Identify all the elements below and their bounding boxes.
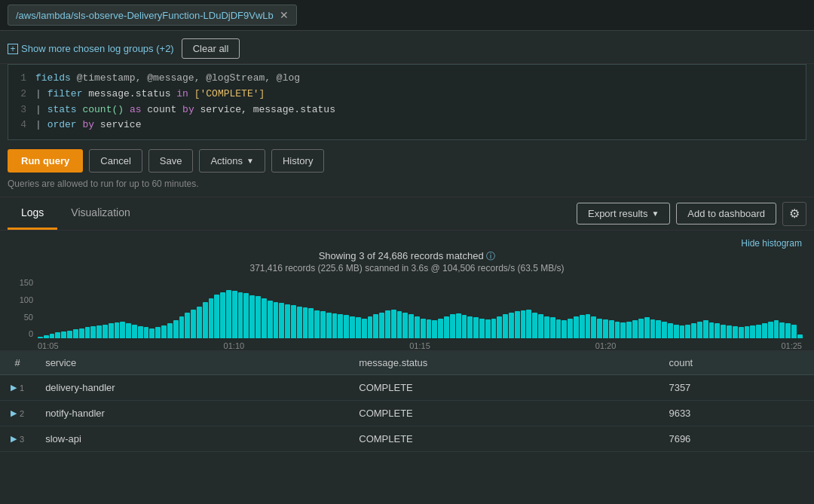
histogram-bar	[444, 316, 449, 338]
table-body: ▶ 1 delivery-handler COMPLETE 7357 ▶ 2 n…	[0, 375, 814, 452]
tab-visualization[interactable]: Visualization	[57, 197, 143, 230]
y-label-50: 50	[12, 313, 33, 322]
histogram-bar	[203, 302, 208, 338]
histogram-bar	[620, 322, 626, 338]
table-header-row: # service message.status count	[0, 351, 814, 375]
histogram-bar	[96, 325, 102, 338]
histogram-bar	[562, 320, 567, 338]
histogram-bar	[785, 323, 791, 338]
histogram-bar	[274, 302, 279, 338]
histogram-bar	[586, 314, 591, 338]
histogram-bar	[256, 296, 261, 338]
histogram-bar	[79, 328, 84, 338]
editor-line-2: 2 | filter message.status in ['COMPLETE'…	[16, 87, 798, 102]
histogram-bar	[544, 316, 549, 338]
histogram-bar	[209, 298, 214, 338]
histogram-bar	[115, 322, 120, 338]
bars-area	[38, 278, 802, 338]
histogram-bar	[739, 327, 744, 338]
row-expand-cell[interactable]: ▶ 2	[0, 401, 35, 426]
row-number: 2	[20, 409, 24, 418]
results-table: # service message.status count ▶ 1 deliv…	[0, 351, 814, 452]
cancel-button[interactable]: Cancel	[89, 149, 142, 173]
histogram-bar	[326, 313, 332, 339]
histogram-bar	[727, 325, 732, 338]
histogram-bar	[774, 320, 779, 338]
run-query-button[interactable]: Run query	[8, 149, 83, 173]
histogram-bar	[161, 325, 167, 338]
histogram-bar	[574, 316, 579, 338]
row-expand-cell[interactable]: ▶ 3	[0, 426, 35, 452]
histogram-bar	[779, 322, 785, 338]
histogram-bar	[650, 319, 656, 339]
tabs-row: Logs Visualization Export results ▼ Add …	[0, 197, 814, 231]
add-to-dashboard-button[interactable]: Add to dashboard	[676, 203, 776, 225]
row-expand-icon[interactable]: ▶ 3	[11, 434, 24, 444]
cell-count: 7357	[658, 375, 814, 401]
hide-histogram-link[interactable]: Hide histogram	[12, 238, 802, 249]
cell-count: 9633	[658, 401, 814, 426]
histogram-bar	[149, 328, 155, 338]
history-button[interactable]: History	[271, 149, 324, 173]
histogram-bar	[721, 325, 726, 339]
row-expand-icon[interactable]: ▶ 1	[11, 383, 24, 393]
histogram-bar	[132, 325, 137, 339]
x-label-0110: 01:10	[224, 341, 245, 350]
histogram-bar	[515, 311, 520, 338]
actions-button[interactable]: Actions ▼	[199, 149, 265, 173]
save-button[interactable]: Save	[148, 149, 194, 173]
histogram-bar	[44, 335, 49, 338]
settings-button[interactable]: ⚙	[782, 202, 806, 226]
table-row[interactable]: ▶ 3 slow-api COMPLETE 7696	[0, 426, 814, 452]
histogram-bar	[120, 322, 125, 338]
close-icon[interactable]: ✕	[280, 9, 289, 21]
cell-service: delivery-handler	[35, 375, 348, 401]
histogram-bar	[597, 319, 602, 339]
cell-status: COMPLETE	[348, 401, 658, 426]
chart-bars	[38, 278, 802, 338]
actions-label: Actions	[210, 155, 243, 166]
line-num-3: 3	[16, 102, 26, 118]
histogram-bar	[308, 308, 314, 338]
x-axis: 01:05 01:10 01:15 01:20 01:25	[12, 341, 802, 350]
histogram-bar	[462, 315, 467, 338]
export-results-button[interactable]: Export results ▼	[577, 203, 670, 225]
export-caret-icon: ▼	[651, 209, 659, 218]
histogram-bar	[397, 311, 402, 338]
export-results-label: Export results	[588, 208, 647, 219]
histogram-bar	[538, 314, 543, 338]
row-expand-icon[interactable]: ▶ 2	[11, 408, 24, 418]
histogram-bar	[503, 314, 508, 338]
histogram-bar	[185, 313, 190, 339]
histogram-bar	[179, 316, 185, 338]
scan-info: 371,416 records (225.6 MB) scanned in 3.…	[12, 263, 802, 273]
editor-line-4: 4 | order by service	[16, 118, 798, 133]
histogram-bar	[61, 331, 66, 339]
cell-status: COMPLETE	[348, 375, 658, 401]
row-expand-cell[interactable]: ▶ 1	[0, 375, 35, 401]
editor-line-1: 1 fields @timestamp, @message, @logStrea…	[16, 71, 798, 87]
histogram-header: Showing 3 of 24,686 records matched ⓘ 37…	[12, 250, 802, 273]
histogram-bar	[697, 322, 702, 338]
table-row[interactable]: ▶ 1 delivery-handler COMPLETE 7357	[0, 375, 814, 401]
histogram-bar	[745, 326, 750, 338]
table-row[interactable]: ▶ 2 notify-handler COMPLETE 9633	[0, 401, 814, 426]
histogram-bar	[691, 323, 696, 338]
histogram-bar	[768, 322, 773, 338]
histogram-bar	[191, 310, 196, 338]
histogram-bar	[344, 315, 349, 338]
histogram-bar	[409, 314, 414, 338]
show-more-link[interactable]: + Show more chosen log groups (+2)	[8, 43, 174, 54]
tab-logs[interactable]: Logs	[8, 197, 57, 230]
x-label-0120: 01:20	[595, 341, 617, 350]
histogram-bar	[249, 295, 255, 339]
action-row: Run query Cancel Save Actions ▼ History	[0, 140, 814, 176]
query-hint: Queries are allowed to run for up to 60 …	[0, 176, 814, 197]
line-num-1: 1	[16, 71, 26, 87]
tabs-right: Export results ▼ Add to dashboard ⚙	[577, 202, 806, 226]
log-group-label: /aws/lambda/sls-observe-DeliveryFunction…	[16, 10, 274, 21]
code-editor[interactable]: 1 fields @timestamp, @message, @logStrea…	[8, 64, 806, 140]
line-num-2: 2	[16, 87, 26, 102]
clear-all-button[interactable]: Clear all	[182, 38, 240, 59]
top-bar: /aws/lambda/sls-observe-DeliveryFunction…	[0, 0, 814, 31]
